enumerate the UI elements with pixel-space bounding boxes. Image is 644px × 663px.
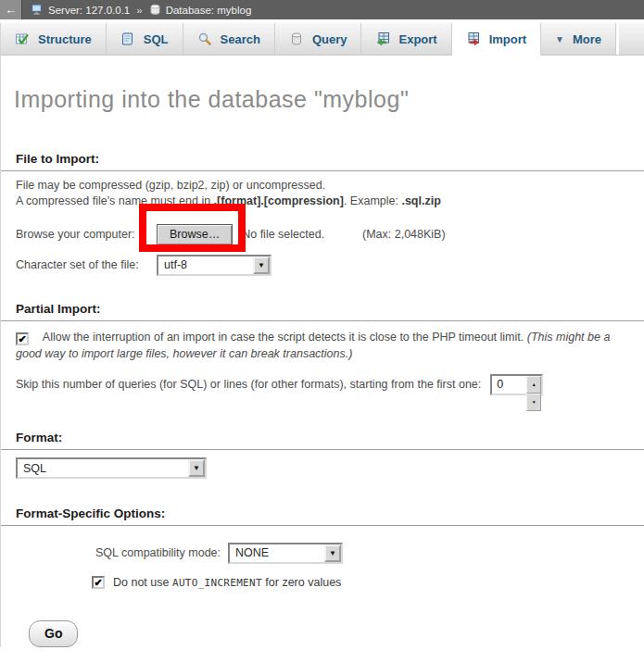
charset-select[interactable]: utf-8 ▼: [157, 255, 271, 276]
section-heading-format: Format:: [1, 431, 644, 450]
no-file-selected-text: No file selected.: [242, 227, 324, 243]
tab-label: Query: [312, 32, 347, 46]
tab-more[interactable]: ▼ More: [541, 23, 616, 55]
breadcrumb-separator: »: [136, 5, 142, 16]
skip-row: Skip this number of queries (for SQL) or…: [16, 373, 644, 395]
section-file-to-import: File to Import: File may be compressed (…: [1, 152, 644, 276]
tab-label: Import: [489, 32, 526, 46]
sql-icon: [120, 31, 135, 46]
auto-increment-row: ✔ Do not use AUTO_INCREMENT for zero val…: [92, 574, 644, 591]
tab-bar: Structure SQL Search Query Export: [1, 23, 644, 56]
database-icon: [149, 4, 161, 16]
breadcrumb-server[interactable]: Server: 127.0.0.1: [48, 5, 130, 16]
breadcrumb-database[interactable]: Database: myblog: [166, 5, 252, 16]
sql-compatibility-select[interactable]: NONE ▼: [228, 543, 343, 564]
structure-icon: [15, 31, 30, 46]
skip-queries-value: 0: [492, 376, 526, 394]
section-format: Format: SQL ▼: [1, 431, 644, 479]
example-filename: .sql.zip: [401, 194, 440, 207]
max-size-note: (Max: 2,048KiB): [362, 227, 446, 243]
section-heading-format-specific: Format-Specific Options:: [1, 507, 644, 526]
back-arrow-icon: ←: [5, 3, 17, 17]
skip-queries-input[interactable]: 0 ▲ ▼: [490, 374, 543, 395]
charset-row: Character set of the file: utf-8 ▼: [16, 254, 644, 276]
interrupt-option: ✔ Allow the interruption of an import in…: [16, 329, 627, 362]
sql-compatibility-value: NONE: [230, 544, 324, 562]
tab-label: Search: [221, 32, 260, 46]
dropdown-arrow-icon[interactable]: ▼: [188, 459, 205, 477]
spinner-down-button[interactable]: ▼: [526, 394, 541, 411]
chevron-down-icon: ▼: [555, 34, 564, 44]
dropdown-arrow-icon[interactable]: ▼: [324, 544, 341, 562]
tabbar-filler: [619, 23, 644, 55]
sql-compatibility-label: SQL compatibility mode:: [95, 545, 221, 561]
section-heading-file-to-import: File to Import:: [1, 152, 644, 171]
section-partial-import: Partial Import: ✔ Allow the interruption…: [1, 302, 644, 395]
browse-label: Browse your computer:: [16, 227, 157, 243]
compression-info: File may be compressed (gzip, bzip2, zip…: [16, 178, 644, 209]
page-title: Importing into the database "myblog": [14, 86, 644, 113]
browse-button[interactable]: Browse…: [157, 224, 233, 245]
query-icon: [289, 31, 304, 46]
charset-selected-value: utf-8: [158, 256, 253, 274]
auto-increment-text: Do not use AUTO_INCREMENT for zero value…: [113, 576, 341, 589]
interrupt-text: Allow the interruption of an import in c…: [43, 331, 524, 344]
dropdown-arrow-icon[interactable]: ▼: [253, 256, 270, 274]
search-icon: [197, 31, 212, 46]
tab-label: SQL: [144, 32, 169, 46]
tab-query[interactable]: Query: [275, 23, 362, 55]
server-icon: [32, 4, 44, 16]
section-format-specific-options: Format-Specific Options: SQL compatibili…: [1, 507, 644, 591]
tab-search[interactable]: Search: [183, 23, 275, 55]
charset-label: Character set of the file:: [16, 257, 157, 273]
format-selected-value: SQL: [18, 459, 188, 477]
format-pattern: .[format].[compression]: [214, 194, 344, 207]
spinner: ▲ ▼: [526, 376, 541, 394]
compression-info-line2: A compressed file's name must end in: [16, 194, 214, 207]
tab-label: More: [573, 32, 601, 46]
tab-label: Structure: [38, 32, 92, 46]
compression-info-line1: File may be compressed (gzip, bzip2, zip…: [16, 179, 325, 192]
skip-label: Skip this number of queries (for SQL) or…: [16, 377, 481, 393]
tab-structure[interactable]: Structure: [1, 23, 107, 55]
go-button[interactable]: Go: [29, 620, 78, 647]
tab-export[interactable]: Export: [361, 23, 451, 55]
breadcrumb-bar: ← Server: 127.0.0.1 » Database: myblog: [0, 0, 644, 19]
browse-row: Browse your computer: Browse… No file se…: [16, 222, 644, 246]
export-icon: [375, 31, 390, 46]
tab-import[interactable]: Import: [452, 23, 541, 56]
tab-sql[interactable]: SQL: [107, 23, 183, 55]
section-heading-partial-import: Partial Import:: [1, 302, 644, 321]
format-select[interactable]: SQL ▼: [16, 457, 207, 479]
sql-compatibility-row: SQL compatibility mode: NONE ▼: [95, 541, 644, 565]
auto-increment-code: AUTO_INCREMENT: [172, 577, 262, 589]
interrupt-checkbox[interactable]: ✔: [16, 332, 29, 345]
spinner-up-button[interactable]: ▲: [526, 376, 541, 394]
import-icon: [466, 31, 481, 46]
back-button[interactable]: ←: [0, 0, 22, 19]
auto-increment-checkbox[interactable]: ✔: [92, 576, 105, 589]
compression-info-example: . Example:: [344, 194, 402, 207]
tab-label: Export: [398, 32, 436, 46]
breadcrumb: Server: 127.0.0.1 » Database: myblog: [32, 4, 251, 16]
